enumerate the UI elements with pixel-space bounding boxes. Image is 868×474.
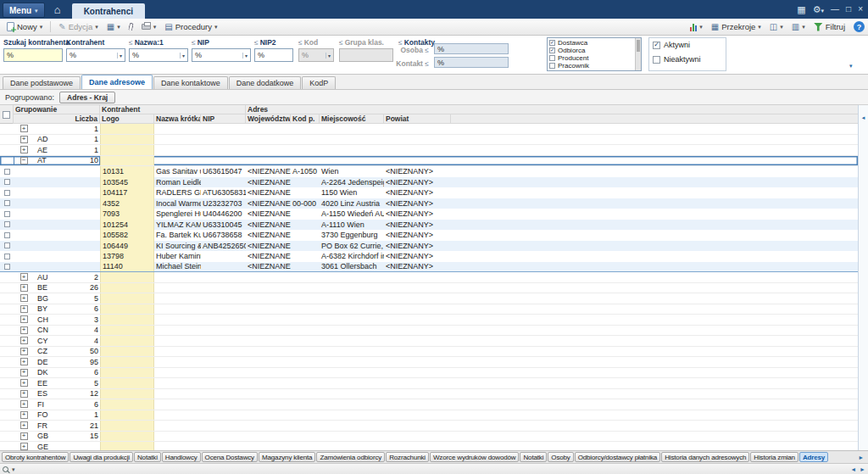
group-row-de[interactable]: +DE95 [0, 357, 858, 368]
status-option-aktywni[interactable]: ✓Aktywni [653, 41, 722, 49]
window-tab-kontrahenci[interactable]: Kontrahenci [72, 3, 145, 19]
row-checkbox[interactable] [4, 254, 10, 259]
tab-kodp[interactable]: KodP [302, 76, 336, 89]
apps-grid-icon[interactable]: ▦ [797, 5, 805, 14]
group-row-bg[interactable]: +BG5 [0, 293, 858, 304]
group-row-au[interactable]: +AU2 [0, 272, 858, 283]
checked-checkbox[interactable]: ✓ [549, 40, 555, 46]
column-header-wojewodztwo[interactable]: Województwo [246, 114, 291, 124]
unchecked-checkbox[interactable] [549, 70, 555, 72]
contractor-row-106449[interactable]: 106449KI Sourcing & InANB42526509C<NIEZN… [0, 241, 858, 252]
grupa-input[interactable] [339, 48, 393, 62]
group-row-ch[interactable]: +CH3 [0, 315, 858, 326]
bottom-tab-4-ocena-dostawcy[interactable]: Ocena Dostawcy [202, 452, 258, 462]
expand-icon[interactable]: + [20, 432, 28, 440]
group-row-fr[interactable]: +FR21 [0, 421, 858, 432]
expand-icon[interactable]: + [20, 273, 28, 281]
expand-icon[interactable]: + [20, 284, 28, 292]
column-header-miejscowosc[interactable]: Miejscowość [320, 114, 384, 124]
close-button[interactable]: × [858, 5, 863, 14]
row-checkbox[interactable] [4, 211, 10, 217]
expand-icon[interactable]: + [20, 294, 28, 302]
row-checkbox[interactable] [4, 243, 10, 248]
bottom-tab-0-obroty-kontrahentów[interactable]: Obroty kontrahentów [2, 452, 69, 462]
column-header-nip[interactable]: NIP [201, 114, 246, 124]
bottom-tabs-scroll-right[interactable]: ► [855, 454, 866, 460]
contractor-row-4352[interactable]: 4352Inocal WarmeteU23232703<NIEZNANE>00-… [0, 198, 858, 209]
expand-icon[interactable]: + [20, 326, 28, 334]
group-row-gb[interactable]: +GB15 [0, 432, 858, 443]
bottom-tab-14-adresy[interactable]: Adresy [799, 452, 828, 462]
operator-icon[interactable]: ≤ [129, 38, 133, 47]
checked-checkbox[interactable]: ✓ [549, 47, 555, 53]
row-checkbox[interactable] [4, 200, 10, 206]
expand-icon[interactable]: + [20, 443, 28, 450]
tab-dane-kontaktowe[interactable]: Dane kontaktowe [153, 76, 228, 89]
bottom-tab-5-magazyny-klienta[interactable]: Magazyny klienta [259, 452, 315, 462]
contractor-row-103545[interactable]: 103545Roman Leidler<NIEZNANE>A-2264 Jede… [0, 177, 858, 188]
scroll-right-button[interactable]: ► [860, 466, 865, 472]
row-checkbox[interactable] [4, 264, 10, 270]
szukaj-input[interactable]: % [3, 48, 63, 62]
kontrahent-select[interactable]: %▾ [66, 48, 125, 62]
bottom-tab-12-historia-danych-adresowych[interactable]: Historia danych adresowych [661, 452, 749, 462]
operator-icon[interactable]: ≤ [192, 38, 196, 47]
group-row-fi[interactable]: +FI6 [0, 399, 858, 410]
row-checkbox[interactable] [4, 190, 10, 196]
operator-icon[interactable]: ≤ [339, 38, 343, 47]
scroll-left-button[interactable]: ◄ [850, 466, 856, 472]
attachments-button[interactable] [125, 21, 136, 32]
magnifier-icon[interactable] [3, 466, 8, 472]
chart-button[interactable]: ▾ [687, 21, 706, 33]
osoba-input[interactable]: % [434, 43, 509, 54]
group-row-by[interactable]: +BY6 [0, 304, 858, 315]
expand-icon[interactable]: + [20, 315, 28, 323]
group-row-ge[interactable]: +GE [0, 442, 858, 450]
group-row-ad[interactable]: +AD1 [0, 135, 858, 146]
przekroje-button[interactable]: ▦ Przekroje ▾ [708, 20, 765, 33]
nazwa-select[interactable]: %▾ [129, 48, 188, 62]
role-option-zleceniobiorca[interactable]: Zleceniobiorca [549, 70, 634, 71]
bottom-tab-1-uwagi-dla-produkcji[interactable]: Uwagi dla produkcji [70, 452, 133, 462]
group-row-ae[interactable]: +AE1 [0, 145, 858, 156]
tab-dane-dodatkowe[interactable]: Dane dodatkowe [229, 76, 302, 89]
group-row-at[interactable]: −AT10 [0, 156, 858, 167]
status-option-nieaktywni[interactable]: Nieaktywni [653, 55, 722, 64]
columns-dropdown-button[interactable]: ▥ ▾ [788, 21, 809, 33]
bottom-tab-2-notatki[interactable]: Notatki [134, 452, 161, 462]
role-option-producent[interactable]: Producent [549, 54, 634, 61]
settings-button[interactable]: ⚙▾ [813, 5, 824, 14]
expand-icon[interactable]: + [20, 390, 28, 398]
column-header-liczba[interactable]: Liczba [58, 114, 100, 124]
column-header-powiat[interactable]: Powiat [384, 114, 451, 124]
expand-icon[interactable]: + [20, 125, 28, 132]
expand-icon[interactable]: + [20, 421, 28, 429]
column-header-grupowanie[interactable]: Grupowanie [14, 105, 100, 114]
group-row-ee[interactable]: +EE5 [0, 378, 858, 389]
contractor-row-10131[interactable]: 10131Gas Sanitav unU63615047<NIEZNANE>A-… [0, 166, 858, 177]
bottom-tab-11-odbiorcy-dostawcy-płatnika[interactable]: Odbiorcy/dostawcy płatnika [575, 452, 660, 462]
maximize-button[interactable]: □ [846, 5, 851, 14]
group-row-cz[interactable]: +CZ50 [0, 347, 858, 358]
column-header-logo[interactable]: Logo [100, 114, 154, 124]
layout-dropdown-button[interactable]: ◫ ▾ [766, 21, 787, 33]
contractor-row-7093[interactable]: 7093Spenglerei HubeU40446200<NIEZNANE>A-… [0, 209, 858, 220]
menu-button[interactable]: Menu ▾ [3, 3, 45, 18]
expand-icon[interactable]: + [20, 369, 28, 376]
nip2-input[interactable]: % [254, 48, 293, 62]
checked-checkbox[interactable]: ✓ [653, 42, 660, 49]
bottom-tab-10-osoby[interactable]: Osoby [548, 452, 573, 462]
role-option-pracownik[interactable]: Pracownik [549, 62, 634, 69]
group-row-cn[interactable]: +CN4 [0, 326, 858, 337]
unchecked-checkbox[interactable] [653, 56, 660, 64]
contractor-row-101254[interactable]: 101254YILMAZ KAMINU63310045<NIEZNANE>A-1… [0, 220, 858, 231]
bottom-tab-8-wzorce-wydruków-dowodów[interactable]: Wzorce wydruków dowodów [430, 452, 519, 462]
column-header-adres[interactable]: Adres [246, 105, 858, 114]
row-checkbox[interactable] [4, 232, 10, 238]
select-all-checkbox[interactable] [3, 111, 10, 119]
tab-dane-adresowe[interactable]: Dane adresowe [81, 75, 153, 89]
view-dropdown-button[interactable]: ▦ ▾ [103, 21, 124, 33]
group-row-dk[interactable]: +DK6 [0, 368, 858, 379]
contractor-row-104117[interactable]: 104117RADLERS GRILLATU63058318<NIEZNANE>… [0, 187, 858, 198]
expand-icon[interactable]: + [20, 337, 28, 344]
